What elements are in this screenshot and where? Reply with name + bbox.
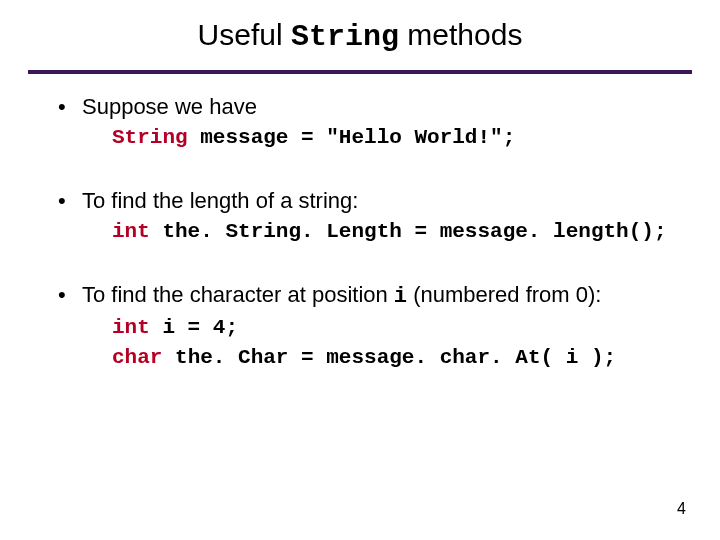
bullet-item: To find the character at position i (num… (52, 280, 668, 372)
inline-code: i (394, 284, 407, 309)
page-number: 4 (677, 500, 686, 518)
code-rest: the. Char = message. char. At( i ); (162, 346, 616, 369)
bullet-item: Suppose we have String message = "Hello … (52, 92, 668, 152)
bullet-item: To find the length of a string: int the.… (52, 186, 668, 246)
title-prefix: Useful (198, 18, 291, 51)
code-line: char the. Char = message. char. At( i ); (82, 344, 668, 372)
bullet-text-post: (numbered from 0): (407, 282, 601, 307)
title-suffix: methods (399, 18, 522, 51)
slide-title: Useful String methods (0, 0, 720, 64)
bullet-text-pre: To find the character at position (82, 282, 394, 307)
keyword: int (112, 316, 150, 339)
keyword: int (112, 220, 150, 243)
code-line: String message = "Hello World!"; (82, 124, 668, 152)
title-code: String (291, 20, 399, 54)
code-rest: message = "Hello World!"; (188, 126, 516, 149)
code-line: int the. String. Length = message. lengt… (82, 218, 668, 246)
keyword: String (112, 126, 188, 149)
slide: Useful String methods Suppose we have St… (0, 0, 720, 540)
slide-content: Suppose we have String message = "Hello … (0, 74, 720, 372)
bullet-text: Suppose we have (82, 94, 257, 119)
bullet-text: To find the length of a string: (82, 188, 358, 213)
code-rest: i = 4; (150, 316, 238, 339)
keyword: char (112, 346, 162, 369)
code-rest: the. String. Length = message. length(); (150, 220, 667, 243)
code-line: int i = 4; (82, 314, 668, 342)
